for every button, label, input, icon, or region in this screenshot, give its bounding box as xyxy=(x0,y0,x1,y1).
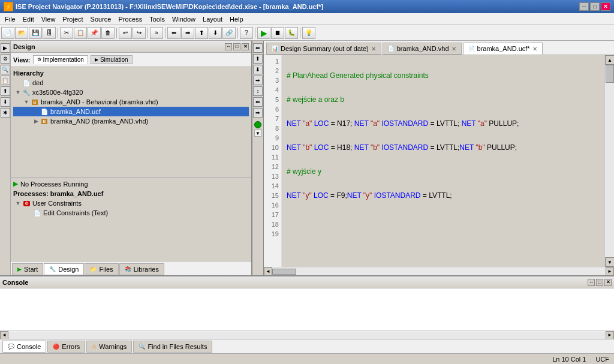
editor-hscroll[interactable]: ◄ ► xyxy=(264,267,614,275)
menu-file[interactable]: File xyxy=(1,14,19,24)
mid-btn-7[interactable]: ➡ xyxy=(253,108,263,118)
mid-btn-3[interactable]: ⬇ xyxy=(253,65,263,74)
hscroll-left-arrow[interactable]: ◄ xyxy=(264,267,272,276)
menu-process[interactable]: Process xyxy=(115,14,146,24)
toolbar-save-button[interactable]: 💾 xyxy=(29,27,42,39)
tab-console[interactable]: 💬 Console xyxy=(2,341,46,353)
vscroll-thumb[interactable] xyxy=(606,65,614,83)
console-close-button[interactable]: ✕ xyxy=(604,279,612,286)
tree-item-user-constraints[interactable]: ▼ ⚙ User Constraints xyxy=(13,198,249,208)
console-controls: ↔ □ ✕ xyxy=(588,279,612,286)
toolbar-paste-button[interactable]: 📌 xyxy=(88,27,101,39)
panel-expand-button[interactable]: ↔ xyxy=(225,43,232,50)
editor-vscroll[interactable]: ▲ ▼ xyxy=(604,55,614,267)
toolbar-delete-button[interactable]: 🗑 xyxy=(101,27,115,39)
bramka-vhd-label: bramka_AND.vhd xyxy=(397,45,449,52)
lt-btn-2[interactable]: ⚙ xyxy=(1,54,10,64)
close-button[interactable]: ✕ xyxy=(601,2,610,11)
toolbar-stop-button[interactable]: ⏹ xyxy=(271,27,284,39)
tab-bramka-vhd[interactable]: 📄 bramka_AND.vhd ✕ xyxy=(383,43,462,55)
lt-btn-3[interactable]: 🔍 xyxy=(1,65,10,74)
menu-project[interactable]: Project xyxy=(59,14,86,24)
tab-find-results[interactable]: 🔍 Find in Files Results xyxy=(133,341,212,353)
tab-bramka-ucf[interactable]: 📄 bramka_AND.ucf* ✕ xyxy=(463,43,543,55)
toolbar-btn-6[interactable]: ➡ xyxy=(181,27,194,39)
toolbar-cut-button[interactable]: ✂ xyxy=(60,27,73,39)
tab-simulation[interactable]: ▶ Simulation xyxy=(91,55,133,64)
lt-btn-7[interactable]: ✱ xyxy=(1,108,10,118)
panel-close-button[interactable]: ✕ xyxy=(242,43,249,50)
tab-files[interactable]: 📁 Files xyxy=(85,263,118,275)
lt-btn-4[interactable]: 📋 xyxy=(1,76,10,85)
menu-window[interactable]: Window xyxy=(168,14,199,24)
bramka-ucf-icon: 📄 xyxy=(468,46,475,52)
design-summary-close[interactable]: ✕ xyxy=(371,46,376,52)
vscroll-down-arrow[interactable]: ▼ xyxy=(605,257,614,267)
mid-btn-2[interactable]: ⬆ xyxy=(253,54,263,64)
tab-errors[interactable]: 🔴 Errors xyxy=(47,341,85,353)
menu-view[interactable]: View xyxy=(38,14,59,24)
toolbar-redo-button[interactable]: ↪ xyxy=(133,27,146,39)
toolbar-btn-8[interactable]: ⬇ xyxy=(209,27,222,39)
tab-design[interactable]: 🔧 Design xyxy=(44,263,84,275)
toolbar-more-button[interactable]: » xyxy=(150,27,163,39)
mid-btn-5[interactable]: ↕ xyxy=(253,86,263,96)
console-expand-button[interactable]: ↔ xyxy=(588,279,595,286)
label-ucf: bramka_AND.ucf xyxy=(50,108,101,115)
toolbar-run-button[interactable]: ▶ xyxy=(257,27,270,39)
hscroll-thumb[interactable] xyxy=(272,269,296,275)
mid-btn-6[interactable]: ⬅ xyxy=(253,97,263,107)
tab-start[interactable]: ▶ Start xyxy=(12,263,43,275)
code-editor[interactable]: # PlanAhead Generated physical constrain… xyxy=(282,55,604,267)
lt-btn-6[interactable]: ⬇ xyxy=(1,97,10,107)
left-toolbar: ▶ ⚙ 🔍 📋 ⬆ ⬇ ✱ xyxy=(0,41,11,275)
minimize-button[interactable]: ─ xyxy=(579,2,589,11)
console-restore-button[interactable]: □ xyxy=(596,279,603,286)
bramka-vhd-icon: 📄 xyxy=(388,46,395,52)
bramka-ucf-close[interactable]: ✕ xyxy=(532,46,537,52)
toolbar-help-button[interactable]: ? xyxy=(240,27,253,39)
menu-tools[interactable]: Tools xyxy=(146,14,168,24)
panel-restore-button[interactable]: □ xyxy=(233,43,240,50)
tab-implementation[interactable]: ⚙ Implementation xyxy=(33,55,88,64)
chscroll-left[interactable]: ◄ xyxy=(0,331,8,339)
tree-item-fpga[interactable]: ▼ 🔧 xc3s500e-4fg320 xyxy=(13,88,249,97)
no-processes-status: No Processes Running xyxy=(20,181,88,188)
lt-btn-5[interactable]: ⬆ xyxy=(1,86,10,96)
restore-button[interactable]: □ xyxy=(590,2,600,11)
toolbar-sep-5 xyxy=(237,28,238,38)
toolbar-btn-9[interactable]: 🔗 xyxy=(222,27,236,39)
toolbar-debug-button[interactable]: 🐛 xyxy=(285,27,298,39)
toolbar-save-all-button[interactable]: 🗄 xyxy=(43,27,56,39)
menu-help[interactable]: Help xyxy=(226,14,247,24)
toolbar-new-button[interactable]: 📄 xyxy=(1,27,14,39)
tree-item-ucf[interactable]: 📄 bramka_AND.ucf xyxy=(13,107,249,116)
menu-source[interactable]: Source xyxy=(87,14,115,24)
lt-btn-1[interactable]: ▶ xyxy=(1,43,10,53)
tree-item-vhd[interactable]: ▶ B bramka_AND (bramka_AND.vhd) xyxy=(13,116,249,126)
bramka-vhd-close[interactable]: ✕ xyxy=(452,46,456,52)
tree-item-bramka-behavioral[interactable]: ▼ B bramka_AND - Behavioral (bramka.vhd) xyxy=(13,97,249,107)
tab-warnings[interactable]: ⚠ Warnings xyxy=(86,341,132,353)
mid-arrow-down: ▼ xyxy=(254,130,261,137)
console-hscroll[interactable]: ◄ ► xyxy=(0,330,614,339)
toolbar-light-button[interactable]: 💡 xyxy=(302,27,315,39)
menu-layout[interactable]: Layout xyxy=(199,14,226,24)
tree-item-edit-constraints[interactable]: 📄 Edit Constraints (Text) xyxy=(13,208,249,218)
chscroll-right[interactable]: ► xyxy=(606,331,614,339)
tab-design-summary[interactable]: 📊 Design Summary (out of date) ✕ xyxy=(266,43,381,55)
mid-btn-4[interactable]: ➡ xyxy=(253,76,263,85)
menu-edit[interactable]: Edit xyxy=(19,14,38,24)
impl-label: Implementation xyxy=(43,56,84,63)
tab-libraries[interactable]: 📚 Libraries xyxy=(119,263,164,275)
tree-item-ded[interactable]: 📄 ded xyxy=(13,78,249,88)
toolbar-undo-button[interactable]: ↩ xyxy=(119,27,132,39)
hscroll-right-arrow[interactable]: ► xyxy=(606,267,614,276)
vscroll-up-arrow[interactable]: ▲ xyxy=(605,55,614,65)
toolbar-btn-7[interactable]: ⬆ xyxy=(195,27,208,39)
toolbar-open-button[interactable]: 📂 xyxy=(15,27,28,39)
label-fpga: xc3s500e-4fg320 xyxy=(32,89,83,96)
toolbar-btn-5[interactable]: ⬅ xyxy=(167,27,180,39)
toolbar-copy-button[interactable]: 📋 xyxy=(74,27,87,39)
mid-btn-1[interactable]: ⬅ xyxy=(253,43,263,53)
